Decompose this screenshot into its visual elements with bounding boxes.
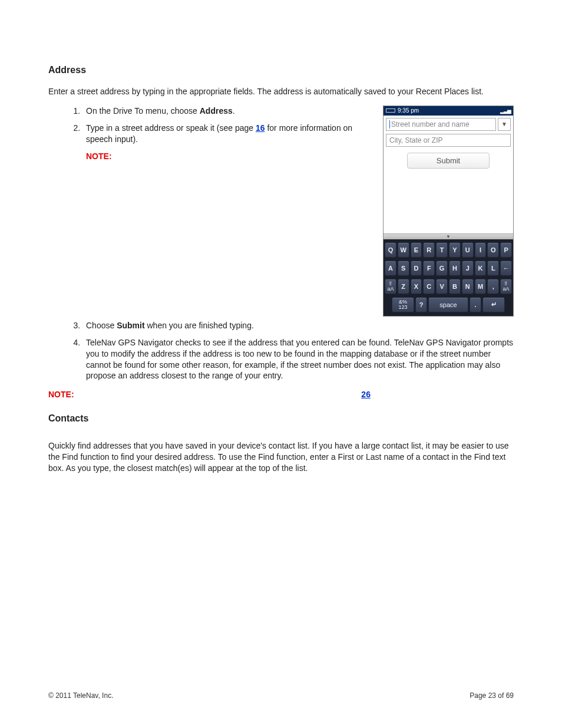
address-intro: Enter a street address by typing in the … <box>48 86 514 97</box>
key-p[interactable]: P <box>500 242 512 258</box>
key-x[interactable]: X <box>411 279 422 294</box>
key-period[interactable]: . <box>470 297 481 312</box>
key-t[interactable]: T <box>436 242 448 258</box>
submit-button[interactable]: Submit <box>407 153 490 169</box>
key-question[interactable]: ? <box>415 297 427 312</box>
key-space[interactable]: space <box>428 297 468 312</box>
key-f[interactable]: F <box>423 261 435 276</box>
key-a[interactable]: A <box>385 261 396 276</box>
key-j[interactable]: J <box>462 261 474 276</box>
phone-time: 9:35 pm <box>398 107 419 114</box>
page-link-16[interactable]: 16 <box>256 123 265 133</box>
key-o[interactable]: O <box>487 242 499 258</box>
key-i[interactable]: I <box>475 242 487 258</box>
key-shift-right[interactable]: ⇧aA <box>500 279 512 294</box>
bottom-note-label: NOTE: <box>48 390 74 399</box>
step-3: Choose Submit when you are finished typi… <box>82 320 514 331</box>
key-m[interactable]: M <box>475 279 487 294</box>
key-r[interactable]: R <box>423 242 435 258</box>
key-d[interactable]: D <box>411 261 422 276</box>
signal-icon: ▂▃▅ <box>500 108 511 114</box>
key-b[interactable]: B <box>449 279 461 294</box>
key-y[interactable]: Y <box>449 242 461 258</box>
phone-blank-area <box>384 174 513 233</box>
heading-address: Address <box>48 65 514 75</box>
key-shift-left[interactable]: ⇧aA <box>385 279 396 294</box>
battery-icon <box>386 108 395 113</box>
phone-screenshot: 9:35 pm ▂▃▅ Street number and name ▼ Cit… <box>383 106 514 317</box>
key-c[interactable]: C <box>423 279 435 294</box>
street-input[interactable]: Street number and name <box>386 118 496 131</box>
phone-statusbar: 9:35 pm ▂▃▅ <box>384 106 513 116</box>
contacts-body: Quickly find addresses that you have sav… <box>48 440 514 474</box>
key-enter[interactable]: ↵ <box>482 297 505 312</box>
page-link-26[interactable]: 26 <box>361 390 371 399</box>
key-q[interactable]: Q <box>385 242 396 258</box>
footer-copyright: © 2011 TeleNav, Inc. <box>48 691 113 700</box>
street-dropdown[interactable]: ▼ <box>498 118 511 131</box>
key-w[interactable]: W <box>398 242 409 258</box>
key-comma[interactable]: , <box>487 279 499 294</box>
city-input[interactable]: City, State or ZIP <box>386 134 511 147</box>
key-z[interactable]: Z <box>398 279 409 294</box>
step2-note-label: NOTE: <box>86 151 112 161</box>
key-g[interactable]: G <box>436 261 448 276</box>
bottom-note: NOTE: 26 <box>48 390 514 399</box>
key-u[interactable]: U <box>462 242 474 258</box>
footer-page: Page 23 of 69 <box>470 691 514 700</box>
key-e[interactable]: E <box>411 242 422 258</box>
keyboard-collapse-tab[interactable]: ▼ <box>384 233 513 239</box>
key-v[interactable]: V <box>436 279 448 294</box>
onscreen-keyboard: Q W E R T Y U I O P A S D F G H <box>384 239 513 316</box>
heading-contacts: Contacts <box>48 413 514 424</box>
key-n[interactable]: N <box>462 279 474 294</box>
key-k[interactable]: K <box>475 261 487 276</box>
key-l[interactable]: L <box>487 261 499 276</box>
key-symbols[interactable]: &%123 <box>392 297 414 312</box>
key-h[interactable]: H <box>449 261 461 276</box>
step-4: TeleNav GPS Navigator checks to see if t… <box>82 337 514 382</box>
key-backspace[interactable]: ← <box>500 261 512 276</box>
key-s[interactable]: S <box>398 261 409 276</box>
